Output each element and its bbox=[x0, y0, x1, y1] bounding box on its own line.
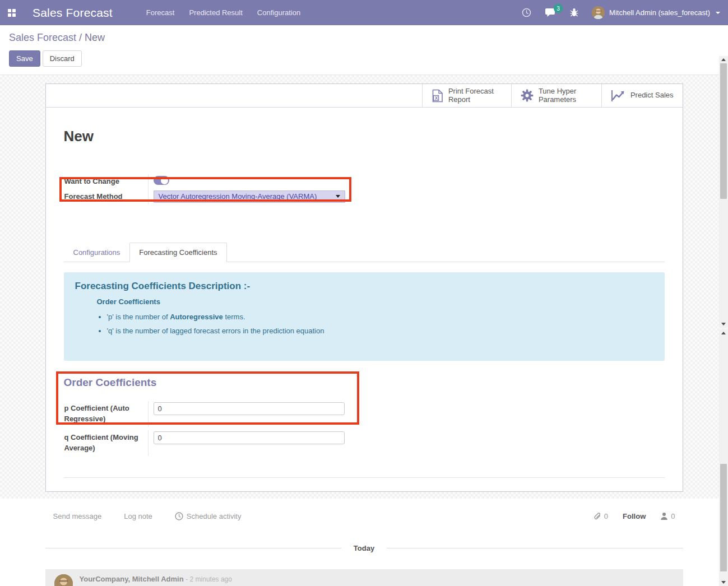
excel-file-icon: X bbox=[432, 89, 443, 103]
message-timestamp: - 2 minutes ago bbox=[186, 575, 232, 583]
breadcrumb-current: New bbox=[85, 32, 105, 43]
q-coefficient-row: q Coefficient (Moving Average) bbox=[64, 430, 355, 456]
followers-button[interactable]: 0 bbox=[660, 512, 675, 520]
line-chart-icon bbox=[611, 90, 625, 102]
app-title: Sales Forecast bbox=[33, 6, 113, 20]
log-note-button[interactable]: Log note bbox=[124, 512, 152, 520]
predict-sales-button[interactable]: Predict Sales bbox=[601, 84, 683, 107]
notebook-tabs: Configurations Forecasting Coefficients bbox=[64, 243, 665, 262]
message-avatar bbox=[54, 574, 73, 586]
scroll-up-arrow-icon[interactable] bbox=[721, 58, 726, 61]
control-panel: Sales Forecast / New Save Discard bbox=[0, 25, 728, 75]
chatter: Send message Log note Schedule activity … bbox=[0, 499, 728, 586]
scroll-down-arrow-icon[interactable] bbox=[721, 581, 726, 584]
tab-configurations[interactable]: Configurations bbox=[64, 243, 130, 262]
forecast-method-label: Forecast Method bbox=[64, 189, 149, 204]
want-to-change-row: Want to Change bbox=[64, 174, 355, 189]
attachments-count: 0 bbox=[604, 512, 608, 520]
save-button[interactable]: Save bbox=[9, 50, 40, 67]
want-to-change-toggle[interactable] bbox=[154, 176, 169, 185]
breadcrumb: Sales Forecast / New bbox=[9, 32, 719, 44]
messages-count-badge: 3 bbox=[554, 4, 563, 13]
p-coefficient-row: p Coefficient (Auto Regressive) bbox=[64, 401, 355, 427]
coefficients-description-alert: Forecasting Coefficients Description :- … bbox=[64, 272, 665, 361]
schedule-clock-icon bbox=[175, 512, 183, 520]
activities-clock-icon[interactable] bbox=[522, 8, 531, 17]
alert-bullet-p: 'p' is the number of Autoregressive term… bbox=[107, 312, 653, 323]
gear-icon bbox=[521, 89, 534, 102]
breadcrumb-parent[interactable]: Sales Forecast bbox=[9, 32, 76, 43]
p-coefficient-input[interactable] bbox=[154, 402, 345, 415]
scroll-down-arrow-icon[interactable] bbox=[721, 323, 726, 325]
apps-menu-icon[interactable] bbox=[8, 9, 16, 17]
discard-button[interactable]: Discard bbox=[43, 50, 82, 67]
alert-subtitle: Order Coefficients bbox=[97, 297, 653, 306]
paperclip-icon bbox=[593, 512, 601, 520]
user-avatar bbox=[592, 6, 605, 19]
breadcrumb-separator: / bbox=[76, 32, 85, 43]
q-coefficient-input[interactable] bbox=[154, 431, 345, 444]
user-menu-caret-icon bbox=[716, 12, 720, 14]
forecast-method-select[interactable]: Vector Autoregression Moving-Average (VA… bbox=[154, 190, 345, 203]
print-forecast-report-button[interactable]: X Print Forecast Report bbox=[422, 84, 511, 107]
follow-button[interactable]: Follow bbox=[623, 512, 646, 520]
date-divider-label: Today bbox=[354, 544, 374, 552]
message-author[interactable]: YourCompany, Mitchell Admin bbox=[80, 575, 184, 583]
statusbar: X Print Forecast Report Tune Hyper Param… bbox=[46, 84, 683, 108]
content-scrollbar[interactable] bbox=[719, 56, 728, 328]
top-navbar: Sales Forecast Forecast Predicted Result… bbox=[0, 0, 728, 25]
order-coefficients-heading: Order Coefficients bbox=[64, 376, 665, 389]
scrollbar-thumb[interactable] bbox=[720, 464, 727, 571]
scrollbar-thumb[interactable] bbox=[720, 63, 727, 199]
schedule-activity-button[interactable]: Schedule activity bbox=[175, 512, 242, 520]
p-coefficient-label: p Coefficient (Auto Regressive) bbox=[64, 401, 149, 427]
page-scrollbar[interactable] bbox=[719, 329, 728, 586]
attachments-button[interactable]: 0 bbox=[593, 512, 608, 520]
alert-title: Forecasting Coefficients Description :- bbox=[75, 281, 653, 292]
scroll-up-arrow-icon[interactable] bbox=[721, 332, 726, 334]
svg-text:X: X bbox=[435, 95, 438, 101]
main-menu: Forecast Predicted Result Configuration bbox=[146, 8, 300, 17]
form-sheet: X Print Forecast Report Tune Hyper Param… bbox=[45, 83, 683, 492]
tune-hyper-parameters-button[interactable]: Tune Hyper Parameters bbox=[511, 84, 601, 107]
user-menu[interactable]: Mitchell Admin (sales_forecast) bbox=[592, 6, 720, 19]
follower-person-icon bbox=[660, 512, 668, 520]
messages-icon[interactable]: 3 bbox=[545, 8, 557, 17]
user-name: Mitchell Admin (sales_forecast) bbox=[609, 8, 710, 17]
select-caret-icon bbox=[336, 195, 340, 198]
forecast-method-selected-value: Vector Autoregression Moving-Average (VA… bbox=[159, 192, 317, 201]
menu-configuration[interactable]: Configuration bbox=[257, 8, 300, 17]
alert-bullet-q: 'q' is the number of lagged forecast err… bbox=[107, 326, 653, 337]
send-message-button[interactable]: Send message bbox=[53, 512, 102, 520]
form-background: X Print Forecast Report Tune Hyper Param… bbox=[0, 75, 728, 499]
menu-forecast[interactable]: Forecast bbox=[146, 8, 175, 17]
record-title: New bbox=[64, 128, 665, 145]
chatter-message: YourCompany, Mitchell Admin - 2 minutes … bbox=[45, 569, 683, 586]
tab-forecasting-coefficients[interactable]: Forecasting Coefficients bbox=[129, 243, 226, 262]
q-coefficient-label: q Coefficient (Moving Average) bbox=[64, 430, 149, 456]
followers-count: 0 bbox=[671, 512, 675, 520]
forecast-method-row: Forecast Method Vector Autoregression Mo… bbox=[64, 189, 355, 204]
menu-predicted-result[interactable]: Predicted Result bbox=[189, 8, 242, 17]
date-divider: Today bbox=[45, 544, 683, 552]
want-to-change-label: Want to Change bbox=[64, 174, 149, 189]
bug-icon[interactable] bbox=[570, 8, 578, 17]
